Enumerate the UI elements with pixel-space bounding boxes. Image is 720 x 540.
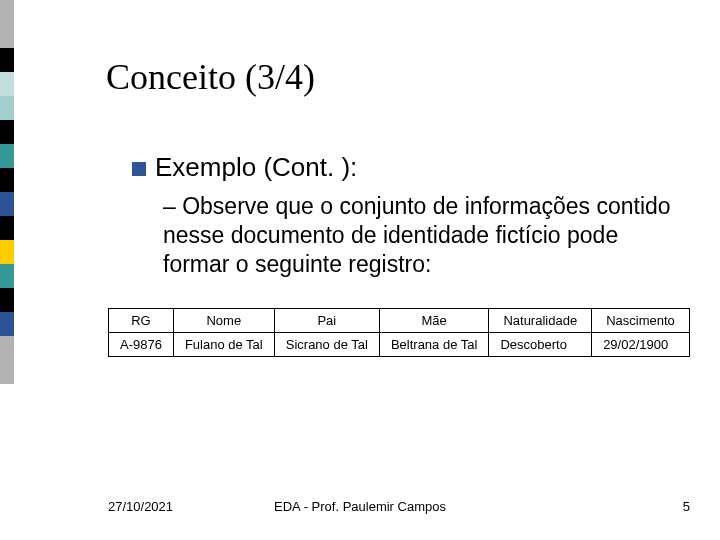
sidebar-block bbox=[0, 216, 14, 240]
table-header: Naturalidade bbox=[489, 309, 592, 333]
table-cell: Beltrana de Tal bbox=[379, 333, 489, 357]
data-table: RGNomePaiMãeNaturalidadeNascimento A-987… bbox=[108, 308, 690, 357]
bullet-icon bbox=[132, 162, 146, 176]
sidebar-block bbox=[0, 168, 14, 192]
body-text: – Observe que o conjunto de informações … bbox=[163, 192, 673, 278]
sidebar-block bbox=[0, 360, 14, 384]
sidebar-block bbox=[0, 336, 14, 360]
table-cell: Sicrano de Tal bbox=[274, 333, 379, 357]
sidebar-block bbox=[0, 24, 14, 48]
sidebar-block bbox=[0, 72, 14, 96]
sidebar-block bbox=[0, 96, 14, 120]
table-cell: 29/02/1900 bbox=[592, 333, 690, 357]
sidebar-block bbox=[0, 120, 14, 144]
sidebar-block bbox=[0, 0, 14, 24]
footer-center: EDA - Prof. Paulemir Campos bbox=[0, 499, 720, 514]
table-cell: Fulano de Tal bbox=[173, 333, 274, 357]
sidebar-block bbox=[0, 240, 14, 264]
sidebar-block bbox=[0, 312, 14, 336]
sidebar-block bbox=[0, 144, 14, 168]
table-header: Mãe bbox=[379, 309, 489, 333]
decorative-sidebar bbox=[0, 0, 14, 384]
sidebar-block bbox=[0, 288, 14, 312]
table-cell: A-9876 bbox=[109, 333, 174, 357]
table-header: Pai bbox=[274, 309, 379, 333]
table-cell: Descoberto bbox=[489, 333, 592, 357]
exemplo-heading: Exemplo (Cont. ): bbox=[155, 152, 357, 183]
slide-title: Conceito (3/4) bbox=[106, 56, 315, 98]
table-header: RG bbox=[109, 309, 174, 333]
table-header: Nascimento bbox=[592, 309, 690, 333]
footer-page-number: 5 bbox=[683, 499, 690, 514]
sidebar-block bbox=[0, 48, 14, 72]
table-row: A-9876Fulano de TalSicrano de TalBeltran… bbox=[109, 333, 690, 357]
table-header: Nome bbox=[173, 309, 274, 333]
sidebar-block bbox=[0, 264, 14, 288]
sidebar-block bbox=[0, 192, 14, 216]
